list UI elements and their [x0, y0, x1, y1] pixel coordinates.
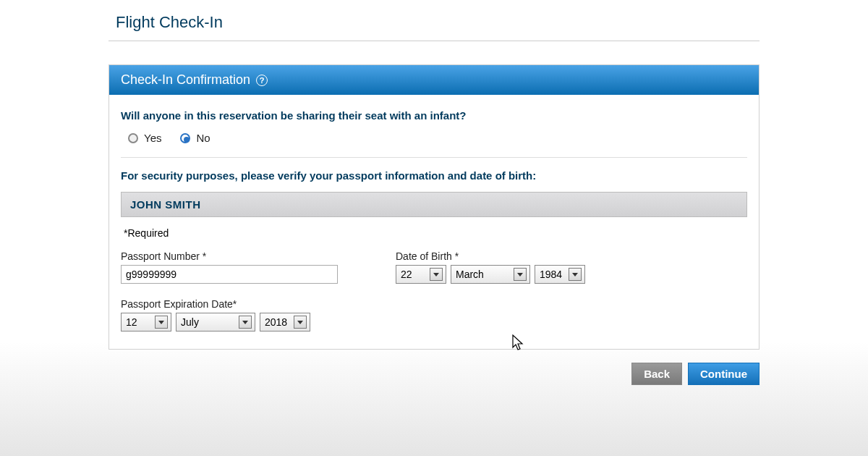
dob-day-select[interactable]: 22: [396, 265, 446, 284]
exp-day-select[interactable]: 12: [121, 313, 171, 332]
checkin-panel: Check-In Confirmation ? Will anyone in t…: [109, 64, 760, 350]
radio-no-label: No: [196, 132, 210, 144]
infant-question: Will anyone in this reservation be shari…: [121, 109, 747, 122]
chevron-down-icon: [514, 268, 527, 281]
chevron-down-icon: [569, 268, 582, 281]
dob-month-select[interactable]: March: [451, 265, 530, 284]
passport-number-input[interactable]: [121, 265, 338, 284]
chevron-down-icon: [430, 268, 443, 281]
chevron-down-icon: [155, 316, 168, 329]
exp-year-select[interactable]: 2018: [260, 313, 310, 332]
passport-number-label: Passport Number *: [121, 250, 338, 262]
infant-radio-group: Yes No: [121, 132, 747, 144]
dob-label: Date of Birth *: [396, 250, 585, 262]
radio-yes[interactable]: Yes: [128, 132, 161, 144]
panel-title: Check-In Confirmation: [121, 72, 250, 88]
radio-no[interactable]: No: [180, 132, 210, 144]
dob-year-value: 1984: [540, 269, 562, 280]
button-row: Back Continue: [109, 363, 760, 385]
panel-header: Check-In Confirmation ?: [109, 65, 759, 95]
required-note: *Required: [124, 227, 747, 239]
chevron-down-icon: [239, 316, 252, 329]
exp-day-value: 12: [126, 316, 137, 328]
exp-month-value: July: [181, 316, 199, 328]
exp-year-value: 2018: [265, 316, 287, 328]
divider: [109, 41, 760, 41]
section-divider: [121, 157, 747, 158]
radio-icon: [180, 133, 190, 143]
chevron-down-icon: [294, 316, 307, 329]
dob-month-value: March: [456, 269, 484, 280]
passenger-name-bar: JOHN SMITH: [121, 192, 747, 217]
dob-year-select[interactable]: 1984: [535, 265, 585, 284]
radio-yes-label: Yes: [144, 132, 161, 144]
passport-expiration-label: Passport Expiration Date*: [121, 298, 338, 310]
radio-icon: [128, 133, 138, 143]
continue-button[interactable]: Continue: [688, 363, 760, 385]
back-button[interactable]: Back: [631, 363, 682, 385]
security-instructions: For security purposes, please verify you…: [121, 169, 747, 182]
page-title: Flight Check-In: [109, 0, 760, 41]
help-icon[interactable]: ?: [256, 75, 268, 86]
dob-day-value: 22: [401, 269, 412, 280]
exp-month-select[interactable]: July: [176, 313, 255, 332]
